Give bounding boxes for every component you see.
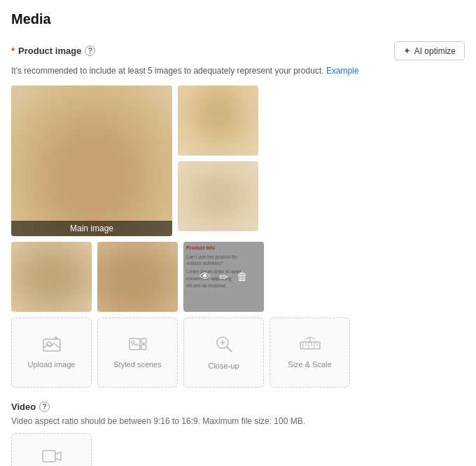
ai-optimize-button[interactable]: ✦ AI optimize	[394, 41, 465, 60]
video-section: Video ? Video aspect ratio should be bet…	[11, 402, 465, 466]
styled-scenes-tile[interactable]: Styled scenes	[97, 317, 178, 388]
close-up-icon	[215, 335, 233, 357]
svg-rect-4	[141, 345, 146, 350]
size-scale-tile[interactable]: Size & Scale	[270, 317, 350, 388]
svg-rect-3	[141, 338, 146, 343]
upload-image-icon	[43, 336, 61, 356]
close-up-tile[interactable]: Close-up	[183, 317, 264, 388]
sparkle-icon: ✦	[403, 46, 411, 56]
video-upload-tile[interactable]: Video	[11, 433, 92, 466]
delete-icon[interactable]: 🗑	[237, 270, 248, 283]
ai-optimize-label: AI optimize	[414, 46, 456, 56]
product-image-label: Product image	[18, 46, 81, 56]
video-description: Video aspect ratio should be between 9:1…	[11, 416, 465, 426]
svg-point-5	[132, 341, 134, 343]
styled-scenes-label: Styled scenes	[113, 360, 161, 369]
upload-image-label: Upload image	[28, 360, 76, 369]
main-image-label: Main image	[11, 221, 172, 236]
video-help-icon[interactable]: ?	[39, 402, 50, 412]
main-product-image[interactable]: Main image	[11, 85, 172, 236]
view-icon[interactable]: 👁	[200, 270, 211, 283]
product-image-2[interactable]	[178, 85, 258, 156]
product-image-5[interactable]	[97, 242, 178, 312]
product-image-description: It's recommended to include at least 5 i…	[11, 64, 465, 77]
upload-image-tile[interactable]: Upload image	[11, 317, 92, 388]
product-image-3[interactable]	[178, 161, 258, 231]
edit-icon[interactable]: ✏	[219, 270, 228, 284]
example-link[interactable]: Example	[326, 66, 359, 76]
image-overlay: 👁 ✏ 🗑	[183, 242, 264, 312]
video-label: Video	[11, 402, 36, 412]
product-image-help-icon[interactable]: ?	[85, 46, 95, 56]
page-title: Media	[11, 11, 465, 27]
close-up-label: Close-up	[208, 362, 239, 370]
svg-rect-15	[43, 451, 55, 462]
product-image-4[interactable]	[11, 242, 92, 312]
styled-scenes-icon	[129, 336, 147, 356]
video-upload-icon	[42, 448, 62, 466]
required-star: *	[11, 46, 15, 56]
size-scale-label: Size & Scale	[288, 360, 331, 369]
product-image-6[interactable]: Product Info Can I use this product for …	[183, 242, 264, 312]
size-scale-icon	[300, 336, 321, 356]
upload-tiles-row: Upload image Styled scenes Close-up	[11, 317, 465, 388]
